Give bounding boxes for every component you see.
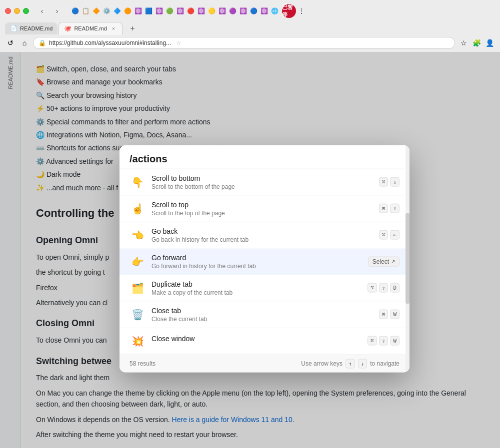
ext-icon-14[interactable]: 🟡	[206, 6, 216, 16]
kbd-d-4: D	[390, 283, 400, 293]
omni-item-text-4: Duplicate tab Make a copy of the current…	[152, 280, 368, 296]
ext-icon-3[interactable]: 🔶	[91, 6, 101, 16]
ext-icon-16[interactable]: 🟣	[228, 6, 238, 16]
omni-item-text-3: Go forward Go forward in history for the…	[152, 253, 368, 269]
omni-shortcut-5: ⌘ W	[379, 310, 400, 319]
ext-icon-12[interactable]: 🔴	[186, 6, 196, 16]
browser-extensions: 🔵 📋 🔶 ⚙️ 🔷 🟠 ⚛️ 🟦 ⚛️ 🟢 ⚛️ 🔴 ⚛️ 🟡 ⚛️ 🟣 ⚛️…	[70, 4, 306, 18]
ext-icon-9[interactable]: ⚛️	[154, 6, 164, 16]
forward-button[interactable]: ›	[50, 5, 64, 17]
ext-icon-1[interactable]: 🔵	[70, 6, 80, 16]
go-forward-icon: 👉	[130, 253, 146, 269]
omni-item-scroll-top[interactable]: ☝️ Scroll to top Scroll to the top of th…	[120, 195, 410, 222]
ext-icon-18[interactable]: 🔵	[248, 6, 258, 16]
omni-shortcut-6: ⌘ ⇧ W	[368, 336, 400, 346]
ext-icon-20[interactable]: 🌐	[270, 6, 280, 16]
ext-icon-4[interactable]: ⚙️	[102, 6, 112, 16]
ext-icon-6[interactable]: 🟠	[122, 6, 132, 16]
maximize-window-button[interactable]	[23, 8, 29, 14]
omni-item-title-2: Go back	[152, 227, 379, 235]
omni-item-go-forward[interactable]: 👉 Go forward Go forward in history for t…	[120, 248, 410, 275]
kbd-down-nav: ↓	[358, 359, 368, 368]
url-text: https://github.com/alyssaxuu/omni#instal…	[49, 39, 171, 46]
kbd-w-6: W	[390, 336, 400, 346]
go-back-icon: 👈	[130, 227, 146, 243]
tab-2-active[interactable]: 🐙 README.md ×	[58, 22, 122, 35]
omni-item-title-0: Scroll to bottom	[152, 174, 379, 182]
scroll-thumb[interactable]	[406, 213, 410, 304]
omni-shortcut-4: ⌥ ⇧ D	[368, 283, 400, 293]
omni-item-scroll-bottom[interactable]: 👇 Scroll to bottom Scroll to the bottom …	[120, 169, 410, 195]
omni-item-text-5: Close tab Close the current tab	[152, 306, 379, 322]
kbd-shift-6: ⇧	[379, 336, 388, 346]
close-window-button[interactable]	[5, 8, 11, 14]
star-icon[interactable]: ☆	[176, 39, 182, 46]
secure-icon: 🔒	[38, 39, 46, 46]
ext-icon-11[interactable]: ⚛️	[175, 6, 185, 16]
tab-favicon-2: 🐙	[64, 25, 71, 32]
kbd-cmd-2: ⌘	[379, 230, 388, 240]
tab-label-1: README.md	[20, 25, 52, 31]
omni-item-desc-2: Go back in history for the current tab	[152, 236, 379, 243]
omni-item-text-6: Close window	[152, 334, 368, 347]
select-label: Select	[372, 258, 389, 265]
omni-shortcut-2: ⌘ ←	[379, 230, 400, 240]
ext-icon-7[interactable]: ⚛️	[133, 6, 143, 16]
new-tab-button[interactable]: +	[126, 22, 140, 34]
tab-1[interactable]: 📄 README.md	[5, 22, 58, 34]
toolbar-right: ☆ 🧩 👤	[458, 37, 495, 48]
tab-favicon-1: 📄	[10, 25, 17, 32]
reload-button[interactable]: ↺	[5, 37, 16, 48]
kbd-cmd-6: ⌘	[368, 336, 377, 346]
omni-item-desc-5: Close the current tab	[152, 315, 379, 322]
minimize-window-button[interactable]	[14, 8, 20, 14]
omni-item-title-4: Duplicate tab	[152, 280, 368, 288]
omni-item-title-3: Go forward	[152, 253, 368, 261]
page-content: README.md 🗂️ Switch, open, close, and se…	[0, 52, 500, 448]
extensions-icon[interactable]: 🧩	[471, 37, 482, 48]
omni-list: 👇 Scroll to bottom Scroll to the bottom …	[120, 169, 410, 354]
nav-buttons: ‹ ›	[35, 5, 64, 17]
omni-item-text-0: Scroll to bottom Scroll to the bottom of…	[152, 174, 379, 190]
ext-icon-15[interactable]: ⚛️	[217, 6, 227, 16]
duplicate-tab-icon: 🗂️	[130, 280, 146, 296]
menu-button[interactable]: ⋮	[296, 6, 306, 16]
omni-item-desc-4: Make a copy of the current tab	[152, 289, 368, 296]
back-button[interactable]: ‹	[35, 5, 49, 17]
browser-chrome: ‹ › 🔵 📋 🔶 ⚙️ 🔷 🟠 ⚛️ 🟦 ⚛️ 🟢 ⚛️ 🔴 ⚛️ 🟡 ⚛️ …	[0, 0, 500, 52]
close-window-icon: 💥	[130, 333, 146, 349]
omni-item-close-tab[interactable]: 🗑️ Close tab Close the current tab ⌘ W	[120, 301, 410, 328]
address-bar[interactable]: 🔒 https://github.com/alyssaxuu/omni#inst…	[33, 37, 455, 49]
omni-item-desc-3: Go forward in history for the current ta…	[152, 262, 368, 269]
kbd-cmd-5: ⌘	[379, 310, 388, 319]
omni-item-title-1: Scroll to top	[152, 200, 379, 208]
ext-icon-13[interactable]: ⚛️	[196, 6, 206, 16]
tabs-row: 📄 README.md 🐙 README.md × +	[0, 20, 500, 35]
ext-icon-5[interactable]: 🔷	[112, 6, 122, 16]
tab-close-button[interactable]: ×	[110, 25, 117, 32]
kbd-cmd-0: ⌘	[379, 177, 388, 187]
ext-icon-17[interactable]: ⚛️	[238, 6, 248, 16]
omni-item-text-1: Scroll to top Scroll to the top of the p…	[152, 200, 379, 216]
omni-dialog: /actions 👇 Scroll to bottom Scroll to th…	[120, 145, 410, 372]
omni-item-duplicate-tab[interactable]: 🗂️ Duplicate tab Make a copy of the curr…	[120, 275, 410, 301]
profile-button[interactable]: 已暂停	[282, 4, 296, 18]
bookmark-icon[interactable]: ☆	[458, 37, 469, 48]
omni-shortcut-3: Select ↗	[368, 256, 400, 266]
omni-shortcut-0: ⌘ ↓	[379, 177, 400, 187]
ext-icon-2[interactable]: 📋	[80, 6, 90, 16]
select-icon: ↗	[391, 259, 395, 264]
footer-nav-hint: Use arrow keys ↑ ↓ to navigate	[301, 359, 400, 368]
omni-item-text-2: Go back Go back in history for the curre…	[152, 227, 379, 243]
account-icon[interactable]: 👤	[484, 37, 495, 48]
omni-item-go-back[interactable]: 👈 Go back Go back in history for the cur…	[120, 222, 410, 248]
omni-footer: 58 results Use arrow keys ↑ ↓ to navigat…	[120, 354, 410, 372]
omni-item-close-window[interactable]: 💥 Close window ⌘ ⇧ W	[120, 328, 410, 354]
address-bar-row: ↺ ⌂ 🔒 https://github.com/alyssaxuu/omni#…	[0, 35, 500, 52]
ext-icon-19[interactable]: ⚛️	[259, 6, 269, 16]
scroll-bottom-icon: 👇	[130, 174, 146, 190]
ext-icon-10[interactable]: 🟢	[164, 6, 174, 16]
scroll-track[interactable]	[406, 145, 410, 372]
ext-icon-8[interactable]: 🟦	[144, 6, 154, 16]
home-button[interactable]: ⌂	[19, 37, 30, 48]
